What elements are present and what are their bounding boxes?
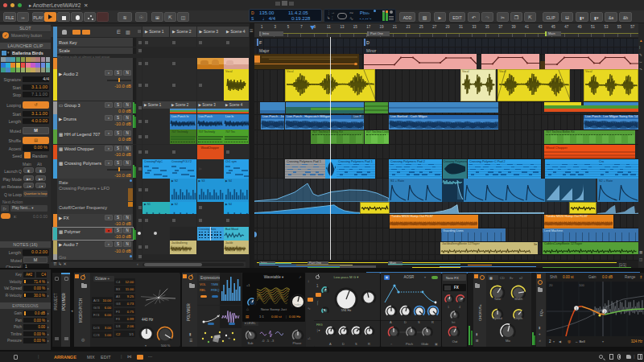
svg-text:100: 100 [579,283,584,287]
svg-text:20: 20 [549,283,553,287]
